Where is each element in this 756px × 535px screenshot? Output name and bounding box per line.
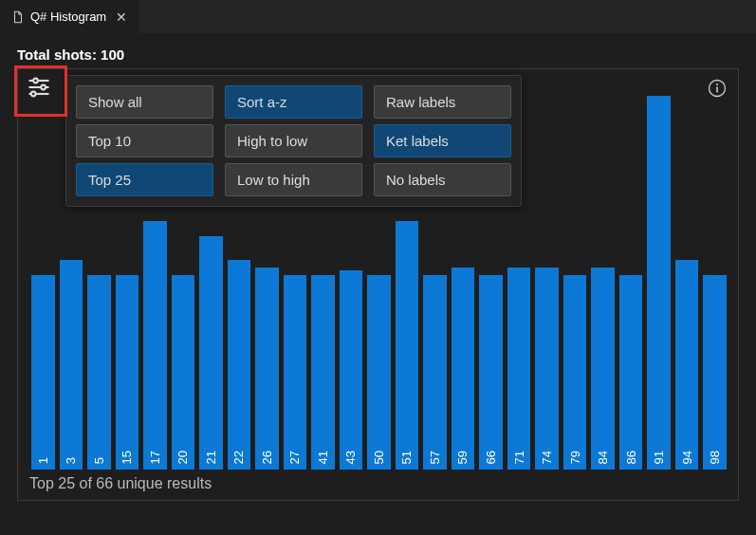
bar-label: 41	[316, 451, 330, 464]
bar-label: 15	[120, 451, 134, 464]
bar-label: 66	[484, 451, 498, 464]
bar-label: 3	[64, 457, 78, 464]
bar-label: 51	[399, 451, 414, 464]
option-top-25[interactable]: Top 25	[76, 163, 213, 196]
bar[interactable]: 43	[340, 270, 363, 470]
bar[interactable]: 26	[255, 268, 279, 470]
option-ket-labels[interactable]: Ket labels	[374, 124, 511, 157]
bar[interactable]: 66	[479, 275, 503, 470]
bar-label: 5	[92, 457, 106, 464]
bar-label: 71	[512, 451, 526, 464]
option-top-10[interactable]: Top 10	[76, 124, 213, 157]
bar-label: 43	[343, 451, 358, 464]
option-raw-labels[interactable]: Raw labels	[374, 85, 511, 119]
bar[interactable]: 20	[172, 275, 195, 470]
bar[interactable]: 71	[507, 268, 531, 470]
bar-label: 94	[680, 451, 694, 464]
bar-label: 50	[372, 451, 386, 464]
bar-label: 26	[260, 451, 274, 464]
bar-label: 20	[175, 451, 190, 464]
opt-col-count: Show allTop 10Top 25	[76, 85, 213, 196]
bar[interactable]: 84	[591, 268, 615, 470]
bar[interactable]: 41	[311, 275, 335, 470]
option-no-labels[interactable]: No labels	[374, 163, 511, 196]
bar[interactable]: 57	[423, 275, 447, 470]
bar-label: 57	[428, 451, 442, 464]
total-shots-label: Total shots: 100	[17, 46, 739, 63]
bar[interactable]: 50	[367, 275, 391, 470]
bar-label: 79	[568, 451, 582, 464]
bar-label: 74	[540, 451, 554, 464]
bar[interactable]: 5	[87, 275, 111, 470]
bar[interactable]: 22	[228, 260, 251, 470]
bar[interactable]: 3	[60, 260, 83, 470]
bar-label: 1	[36, 457, 50, 464]
opt-col-labels: Raw labelsKet labelsNo labels	[374, 85, 511, 196]
tab-bar: Q# Histogram ✕	[0, 0, 756, 33]
bar[interactable]: 51	[396, 221, 419, 470]
filter-options-popup: Show allTop 10Top 25 Sort a-zHigh to low…	[65, 75, 522, 207]
bar-label: 59	[455, 451, 470, 464]
bar[interactable]: 59	[452, 268, 475, 470]
chart-footer: Top 25 of 66 unique results	[29, 470, 727, 492]
file-icon	[11, 10, 25, 24]
bar[interactable]: 21	[199, 236, 223, 470]
bar-label: 91	[652, 451, 666, 464]
bar-label: 17	[148, 451, 162, 464]
opt-col-sort: Sort a-zHigh to lowLow to high	[225, 85, 362, 196]
close-icon[interactable]: ✕	[116, 9, 127, 25]
option-sort-a-z[interactable]: Sort a-z	[225, 85, 362, 119]
bar-label: 21	[204, 451, 218, 464]
bar[interactable]: 86	[619, 275, 643, 470]
bar[interactable]: 27	[284, 275, 307, 470]
tab-title: Q# Histogram	[30, 9, 106, 24]
bar[interactable]: 1	[31, 275, 55, 470]
option-high-to-low[interactable]: High to low	[225, 124, 362, 157]
bar[interactable]: 94	[675, 260, 699, 470]
bar[interactable]: 98	[703, 275, 727, 470]
bar[interactable]: 17	[143, 221, 167, 470]
histogram-panel: Show allTop 10Top 25 Sort a-zHigh to low…	[17, 68, 739, 501]
bar[interactable]: 15	[116, 275, 139, 470]
bar-label: 86	[624, 451, 638, 464]
bar[interactable]: 74	[535, 268, 559, 470]
tab-qsharp-histogram[interactable]: Q# Histogram ✕	[0, 0, 139, 33]
bar-label: 84	[596, 451, 610, 464]
option-low-to-high[interactable]: Low to high	[225, 163, 362, 196]
option-show-all[interactable]: Show all	[76, 85, 213, 119]
bar-label: 22	[231, 451, 246, 464]
content: Total shots: 100 Show allTop 10Top 25 So…	[0, 33, 756, 510]
bar-label: 27	[287, 451, 302, 464]
bar[interactable]: 79	[563, 275, 587, 470]
bar-label: 98	[708, 451, 722, 464]
bar[interactable]: 91	[647, 96, 671, 470]
